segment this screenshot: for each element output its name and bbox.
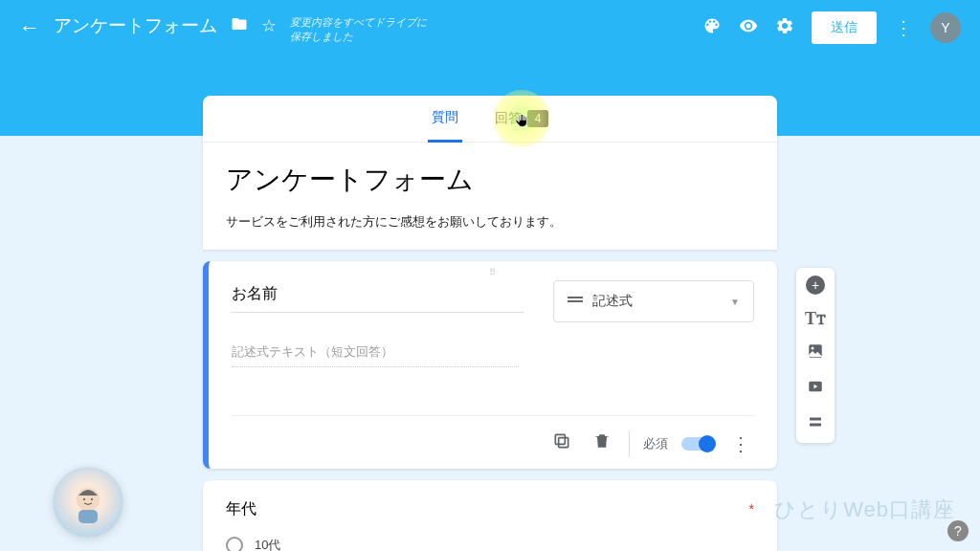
svg-point-3 [812,347,814,350]
add-question-icon[interactable]: + [806,276,825,295]
header-actions: 送信 ⋮ Y [702,11,961,44]
question-title-input[interactable]: お名前 [232,280,524,313]
svg-rect-1 [555,434,565,444]
delete-icon[interactable] [589,428,615,459]
form-header-card: 質問 回答 4 アンケートフォーム サービスをご利用された方にご感想をお願いして… [203,96,777,250]
preview-icon[interactable] [739,16,758,40]
drag-handle-icon[interactable]: ⠿ [489,267,498,277]
question-more-icon[interactable]: ⋮ [727,429,754,459]
settings-icon[interactable] [775,16,794,40]
save-status: 変更内容をすべてドライブに 保存しました [290,15,427,45]
form-title-section: アンケートフォーム サービスをご利用された方にご感想をお願いしております。 [203,143,777,250]
send-button[interactable]: 送信 [812,11,877,44]
form-title[interactable]: アンケートフォーム [226,162,754,198]
folder-icon[interactable] [231,15,248,37]
radio-icon [226,537,243,551]
back-arrow-icon[interactable]: ← [19,15,40,40]
question-title: 年代 [226,499,754,519]
short-answer-preview: 記述式テキスト（短文回答） [232,343,519,367]
svg-rect-0 [559,438,568,448]
tab-responses[interactable]: 回答 4 [491,97,553,141]
tab-responses-label: 回答 [495,110,522,127]
svg-point-9 [91,498,93,500]
option-label: 10代 [255,537,280,551]
profile-bubble[interactable] [53,467,123,538]
svg-rect-5 [810,418,821,421]
question-footer: 必須 ⋮ [232,415,754,459]
required-toggle[interactable] [681,437,714,451]
tab-questions[interactable]: 質問 [428,96,462,143]
chevron-down-icon: ▼ [730,297,740,307]
add-image-icon[interactable] [807,342,824,364]
add-section-icon[interactable] [807,413,824,435]
responses-count-badge: 4 [527,110,549,127]
question-card[interactable]: 年代 * 10代 20代 [203,480,777,551]
short-answer-icon [568,297,583,306]
svg-point-8 [83,498,85,500]
question-type-label: 記述式 [592,293,633,310]
avatar[interactable]: Y [930,12,961,43]
star-icon[interactable]: ☆ [261,15,277,36]
question-type-select[interactable]: 記述式 ▼ [553,280,754,322]
more-icon[interactable]: ⋮ [894,16,913,39]
side-toolbar: + Tᴛ [796,268,835,443]
radio-option[interactable]: 10代 [226,537,754,551]
svg-rect-10 [78,510,98,523]
add-video-icon[interactable] [807,378,824,400]
required-label: 必須 [643,435,668,452]
question-card-active[interactable]: ⠿ お名前 記述式 ▼ 記述式テキスト（短文回答） 必須 ⋮ [203,261,777,469]
help-icon[interactable]: ? [947,520,969,541]
required-star: * [749,501,754,517]
form-container: 質問 回答 4 アンケートフォーム サービスをご利用された方にご感想をお願いして… [203,96,777,551]
divider [629,430,630,457]
svg-rect-6 [810,424,821,427]
header-title: アンケートフォーム [54,13,217,38]
form-description[interactable]: サービスをご利用された方にご感想をお願いしております。 [226,213,754,231]
watermark: ひとりWeb口講座 [774,496,955,524]
duplicate-icon[interactable] [548,428,575,459]
palette-icon[interactable] [702,16,722,40]
tabs: 質問 回答 4 [203,96,777,143]
add-title-icon[interactable]: Tᴛ [805,308,826,329]
